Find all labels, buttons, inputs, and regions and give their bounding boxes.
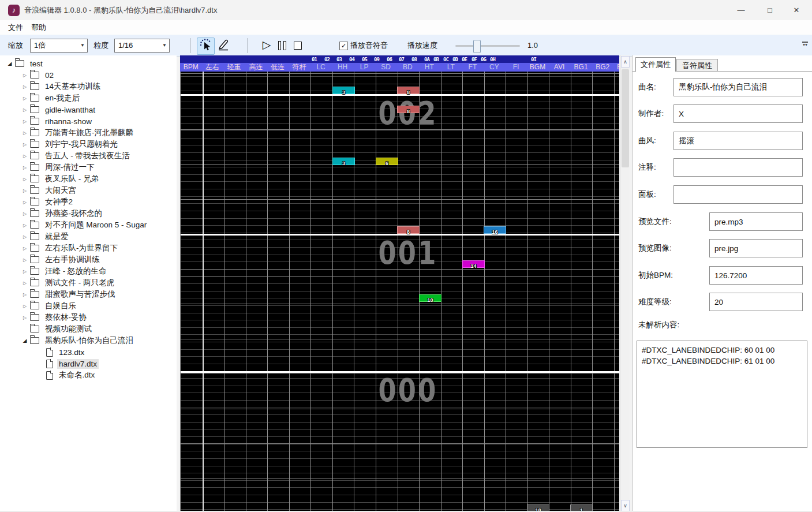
tree-item[interactable]: ▷ 对不齐问题 Maroon 5 - Sugar	[0, 219, 177, 231]
expander-icon[interactable]: ▷	[21, 200, 29, 205]
tree-item[interactable]: ▷ 左右手协调训练	[0, 254, 177, 266]
lane-column-LT[interactable]: LT	[440, 63, 462, 72]
lane-column-LP[interactable]: LP	[353, 63, 375, 72]
expander-icon[interactable]: ▷	[21, 154, 29, 159]
note-chip-HT[interactable]: 10	[419, 294, 441, 302]
field-input[interactable]	[709, 293, 803, 311]
speed-slider-thumb[interactable]	[473, 40, 481, 53]
scrollbar-thumb[interactable]	[622, 69, 629, 167]
expander-icon[interactable]: ◢	[21, 338, 29, 343]
lane-column-符杆[interactable]: 符杆	[289, 63, 310, 72]
select-tool-button[interactable]	[197, 38, 215, 55]
note-chip-BD[interactable]: 8	[397, 106, 420, 113]
tree-item[interactable]: ▷ rihanna-show	[0, 115, 177, 127]
field-input[interactable]	[673, 158, 803, 177]
lane-column-HH[interactable]: HH	[332, 63, 354, 72]
lane-column-CY[interactable]: CY	[484, 63, 506, 72]
menu-file[interactable]: 文件	[5, 20, 27, 35]
expander-icon[interactable]: ▷	[21, 177, 29, 182]
expander-icon[interactable]: ▷	[21, 292, 29, 297]
note-chip-HH[interactable]: 3	[332, 87, 355, 94]
tree-item[interactable]: ▷ 大闹天宫	[0, 185, 177, 196]
tree-item[interactable]: ▷ 万能青年旅店-河北墨麒麟	[0, 127, 177, 139]
tree-item[interactable]: ▷ 蔡依林-妥协	[0, 312, 177, 323]
tree-item[interactable]: ▷ 甜蜜歌声与苦涩步伐	[0, 289, 177, 300]
scroll-down-button[interactable]: ∨	[621, 500, 630, 511]
lane-column-BPM[interactable]: BPM	[180, 63, 202, 72]
tree-item[interactable]: ▷ gidle-iwantthat	[0, 104, 177, 115]
expander-icon[interactable]: ▷	[21, 211, 29, 216]
lane-column-低连[interactable]: 低连	[267, 63, 289, 72]
tree-item[interactable]: ▷ 02	[0, 69, 177, 81]
zoom-select[interactable]: 1倍 ▼	[30, 39, 88, 53]
field-input[interactable]	[709, 212, 803, 231]
tree-item[interactable]: ◢ 黑豹乐队-怕你为自己流泪	[0, 335, 177, 346]
lane-column-HT[interactable]: HT	[418, 63, 440, 72]
lane-column-BG2[interactable]: BG2	[592, 63, 613, 72]
tree-item[interactable]: ▷ 告五人 - 带我去找夜生活	[0, 150, 177, 162]
lane-column-AVI[interactable]: AVI	[548, 63, 570, 72]
tree-item[interactable]: ▷ 孙燕姿-我怀念的	[0, 208, 177, 219]
expander-icon[interactable]: ▷	[21, 257, 29, 263]
scroll-up-button[interactable]: ∧	[621, 56, 630, 68]
expander-icon[interactable]: ▷	[21, 281, 29, 286]
play-note-sound-checkbox[interactable]: ✓	[339, 42, 348, 50]
expander-icon[interactable]: ▷	[21, 234, 29, 240]
tree-item[interactable]: ◢ test	[0, 58, 177, 69]
tree-item[interactable]: ▷ 刘宇宁-我只愿朝着光	[0, 139, 177, 150]
granularity-select[interactable]: 1/16 ▼	[114, 39, 170, 53]
lane-column-BD[interactable]: BD	[396, 63, 418, 72]
grid-scrollbar[interactable]: ∧ ∨	[620, 55, 630, 512]
note-chip-BD[interactable]: 8	[397, 87, 420, 94]
tree-item[interactable]: ▷ 就是爱	[0, 231, 177, 242]
tree-item[interactable]: ▷ 周深-借过一下	[0, 162, 177, 173]
expander-icon[interactable]: ▷	[21, 96, 29, 101]
note-chip-HH[interactable]: 3	[332, 158, 355, 165]
lane-column-左右[interactable]: 左右	[202, 63, 224, 72]
note-chip-LP[interactable]: 6	[376, 158, 398, 165]
expander-icon[interactable]: ▷	[21, 107, 29, 113]
minimize-button[interactable]: —	[728, 0, 754, 20]
expander-icon[interactable]: ▷	[21, 315, 29, 320]
pause-button[interactable]	[278, 41, 287, 50]
tree-item[interactable]: ▷ 14天基本功训练	[0, 81, 177, 92]
lane-column-BGM[interactable]: BGM	[527, 63, 549, 72]
expander-icon[interactable]: ▷	[21, 73, 29, 78]
field-input[interactable]	[673, 132, 803, 150]
tree-item[interactable]: ▷ 女神季2	[0, 196, 177, 208]
tree-item[interactable]: ▷ 自娱自乐	[0, 300, 177, 312]
expander-icon[interactable]: ▷	[21, 130, 29, 136]
expander-icon[interactable]: ▷	[21, 84, 29, 89]
tab-file-properties[interactable]: 文件属性	[635, 57, 676, 72]
expander-icon[interactable]: ▷	[21, 269, 29, 274]
lane-column-高连[interactable]: 高连	[245, 63, 267, 72]
tree-item[interactable]: 未命名.dtx	[0, 369, 177, 381]
field-input[interactable]	[673, 78, 803, 96]
expander-icon[interactable]: ▷	[21, 223, 29, 228]
tree-item[interactable]: 视频功能测试	[0, 323, 177, 335]
menu-help[interactable]: 帮助	[28, 20, 50, 35]
stop-button[interactable]	[294, 42, 302, 50]
tree-item[interactable]: ▷ en-我走后	[0, 92, 177, 104]
note-chip-CY[interactable]: 16	[484, 226, 506, 234]
note-grid[interactable]: 002001000388368161410181	[180, 72, 619, 512]
tree-item[interactable]: ▷ 测试文件 - 两只老虎	[0, 277, 177, 289]
lane-column-SD[interactable]: SD	[375, 63, 397, 72]
expander-icon[interactable]: ◢	[6, 61, 14, 66]
lane-column-FT[interactable]: FT	[462, 63, 484, 72]
tab-note-properties[interactable]: 音符属性	[676, 59, 718, 72]
expander-icon[interactable]: ▷	[21, 165, 29, 170]
tree-item[interactable]: ▷ 汪峰 - 怒放的生命	[0, 266, 177, 277]
pen-tool-button[interactable]	[215, 38, 231, 54]
note-chip-FT[interactable]: 14	[462, 260, 485, 268]
field-input[interactable]	[673, 185, 803, 204]
tree-item[interactable]: ▷ 左右乐队-为世界留下	[0, 242, 177, 254]
close-button[interactable]: ✕	[783, 0, 810, 20]
speed-slider-track[interactable]	[455, 45, 520, 47]
lane-column-LC[interactable]: LC	[310, 63, 332, 72]
expander-icon[interactable]: ▷	[21, 246, 29, 251]
note-chip-BD[interactable]: 8	[397, 226, 420, 234]
lane-column-轻重[interactable]: 轻重	[223, 63, 245, 72]
expander-icon[interactable]: ▷	[21, 304, 29, 309]
field-input[interactable]	[709, 266, 803, 285]
